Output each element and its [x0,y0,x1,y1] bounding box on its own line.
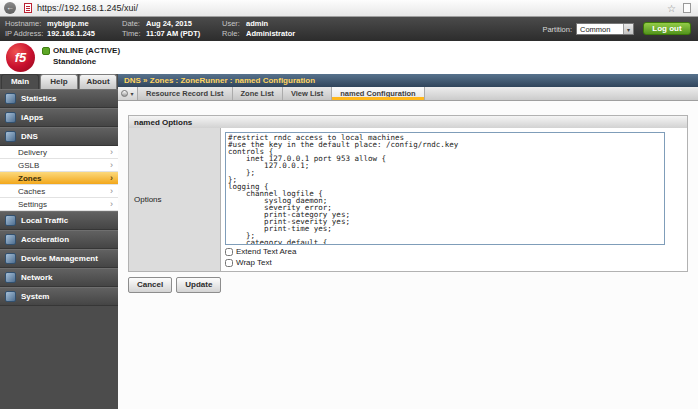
logo-bar: f5 ONLINE (ACTIVE) Standalone [0,41,698,74]
sidebar-tabs: Main Help About [0,74,118,89]
submenu-item-gslb[interactable]: GSLB › [0,159,118,172]
user-block: User:admin Role:Administrator [222,19,295,39]
tab-help[interactable]: Help [40,74,78,89]
datetime-block: Date:Aug 24, 2015 Time:11:07 AM (PDT) [122,19,200,39]
section-title: named Options [128,115,688,129]
submenu-item-settings[interactable]: Settings › [0,198,118,211]
chevron-right-icon: › [110,174,113,183]
chevron-right-icon: › [110,148,113,157]
tab-main[interactable]: Main [1,74,39,89]
submenu-item-caches[interactable]: Caches › [0,185,118,198]
sidebar-item-label: iApps [21,113,43,122]
status-line1: ONLINE (ACTIVE) [53,46,120,55]
breadcrumb[interactable]: DNS » Zones : ZoneRunner : named Configu… [118,74,698,87]
local-traffic-icon [5,215,16,226]
update-button[interactable]: Update [176,277,221,293]
sidebar-item-label: DNS [21,132,38,141]
tab-about[interactable]: About [79,74,117,89]
sidebar-item-dns[interactable]: DNS [0,127,118,146]
sidebar-item-statistics[interactable]: Statistics [0,89,118,108]
submenu-item-label: Delivery [18,148,47,157]
device-status: ONLINE (ACTIVE) Standalone [42,46,120,66]
page-actions-icon[interactable] [683,3,691,13]
date-value: Aug 24, 2015 [146,19,192,28]
chevron-down-icon: ▾ [623,24,633,34]
top-header: Hostname:mybigip.me IP Address:192.168.1… [0,17,698,41]
partition-select[interactable]: Common ▾ [576,23,634,35]
cancel-button[interactable]: Cancel [128,277,172,293]
logout-button[interactable]: Log out [643,22,691,35]
tab-zone-list[interactable]: Zone List [233,87,283,100]
address-bar[interactable]: https://192.168.1.245/xui/ [37,3,667,13]
form-actions: Cancel Update [128,277,221,293]
sidebar-item-local-traffic[interactable]: Local Traffic [0,211,118,230]
sidebar-item-label: Device Management [21,254,98,263]
statistics-icon [5,93,16,104]
submenu-item-label: Zones [18,174,42,183]
partition-area: Partition: Common ▾ [542,23,634,35]
sidebar-item-label: Statistics [21,94,57,103]
iapps-icon [5,112,16,123]
submenu-item-zones[interactable]: Zones › [0,172,118,185]
sidebar-item-label: Network [21,273,53,282]
tab-strip: ▾ Resource Record List Zone List View Li… [118,87,698,101]
chevron-right-icon: › [110,161,113,170]
extend-text-area-checkbox[interactable] [225,248,233,256]
host-info-block: Hostname:mybigip.me IP Address:192.168.1… [5,19,95,39]
dns-submenu: Delivery › GSLB › Zones › Caches › Setti… [0,146,118,211]
sidebar: Main Help About Statistics iApps DNS Del… [0,74,118,409]
sidebar-item-label: Local Traffic [21,216,68,225]
acceleration-icon [5,234,16,245]
hostname-value: mybigip.me [47,19,89,28]
browser-chrome: ← https://192.168.1.245/xui/ ☆ [0,0,698,17]
f5-logo[interactable]: f5 [6,43,35,72]
device-management-icon [5,253,16,264]
submenu-item-delivery[interactable]: Delivery › [0,146,118,159]
hostname-label: Hostname: [5,19,47,29]
tab-resource-record-list[interactable]: Resource Record List [138,87,233,100]
options-value-cell: #restrict rndc access to local machines … [221,128,687,271]
network-icon [5,272,16,283]
ip-label: IP Address: [5,29,47,39]
role-label: Role: [222,29,246,39]
submenu-item-label: GSLB [18,161,39,170]
wrap-text-label: Wrap Text [236,258,272,267]
ip-value: 192.168.1.245 [47,29,95,38]
sidebar-item-label: System [21,292,49,301]
time-label: Time: [122,29,146,39]
named-options-form: Options #restrict rndc access to local m… [128,128,688,272]
sidebar-item-acceleration[interactable]: Acceleration [0,230,118,249]
role-value: Administrator [246,29,295,38]
back-button[interactable]: ← [4,2,16,14]
page-menu-button[interactable]: ▾ [118,87,138,100]
chevron-right-icon: › [110,187,113,196]
date-label: Date: [122,19,146,29]
dns-icon [5,131,16,142]
status-line2: Standalone [53,57,120,66]
chevron-right-icon: › [110,200,113,209]
site-favicon-icon [24,3,32,13]
options-label: Options [129,128,221,271]
sidebar-item-system[interactable]: System [0,287,118,306]
sidebar-item-device-management[interactable]: Device Management [0,249,118,268]
online-status-icon [42,47,50,55]
sidebar-item-iapps[interactable]: iApps [0,108,118,127]
submenu-item-label: Caches [18,187,45,196]
tab-view-list[interactable]: View List [283,87,332,100]
user-label: User: [222,19,246,29]
named-config-textarea[interactable]: #restrict rndc access to local machines … [225,132,665,245]
wrap-text-checkbox[interactable] [225,259,233,267]
back-arrow-icon: ← [6,4,14,12]
extend-text-area-label: Extend Text Area [236,247,296,256]
partition-label: Partition: [542,25,572,34]
tab-named-configuration[interactable]: named Configuration [332,87,424,100]
partition-selected-value: Common [580,25,610,34]
bookmark-star-icon[interactable]: ☆ [667,3,676,14]
sidebar-item-label: Acceleration [21,235,69,244]
page-menu-icon [121,90,128,97]
chevron-down-icon: ▾ [130,90,133,97]
time-value: 11:07 AM (PDT) [146,29,200,38]
sidebar-item-network[interactable]: Network [0,268,118,287]
system-icon [5,291,16,302]
main-content: named Options Options #restrict rndc acc… [118,101,698,409]
